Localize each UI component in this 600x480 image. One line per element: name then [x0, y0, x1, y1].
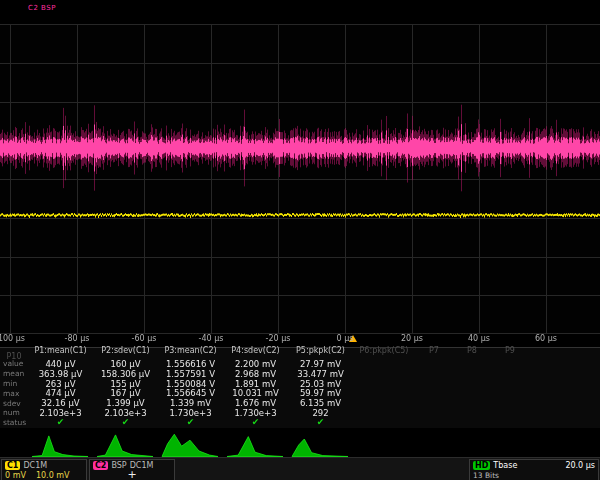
- timebase-descriptor[interactable]: HD Tbase 20.0 µs 13 Bits: [469, 459, 599, 480]
- measure-header-p2[interactable]: P2:sdev(C1): [93, 346, 158, 355]
- measure-cell: 1.550084 V: [158, 379, 223, 389]
- time-axis-label: -80 µs: [65, 334, 90, 343]
- descriptor-bar: C1 DC1M 0 mV 10.0 mV C2 BSP DC1M + HD Tb…: [0, 457, 600, 480]
- measure-cell: 1.339 mV: [158, 398, 223, 408]
- c1-chip: C1: [5, 461, 20, 470]
- measure-row-label: mean: [0, 369, 28, 378]
- measure-row-label: value: [0, 359, 28, 368]
- measure-row-label: num: [0, 408, 28, 417]
- measure-cell: 1.730e+3: [158, 408, 223, 418]
- c2-descriptor[interactable]: C2 BSP DC1M +: [89, 459, 175, 480]
- measure-header-p8[interactable]: P8: [453, 346, 491, 355]
- measure-cell: 6.135 mV: [288, 398, 353, 408]
- histicon: [31, 431, 91, 457]
- time-axis-label: -40 µs: [199, 334, 224, 343]
- measure-cell: 10.031 mV: [223, 388, 288, 398]
- measure-header-p5[interactable]: P5:pkpk(C2): [288, 346, 353, 355]
- hd-badge: HD: [473, 461, 490, 470]
- measure-row-sdev: sdev32.16 µV1.399 µV1.339 mV1.676 mV6.13…: [0, 398, 600, 408]
- measure-status-icon: ✔: [93, 418, 158, 427]
- c2-mode: BSP: [111, 461, 126, 470]
- time-axis-label: -100 µs: [0, 334, 25, 343]
- tbase-label: Tbase: [493, 461, 517, 470]
- measure-cell: 1.557591 V: [158, 369, 223, 379]
- measure-header-p6[interactable]: P6:pkpk(C5): [353, 346, 415, 355]
- measure-cell: 2.968 mV: [223, 369, 288, 379]
- measure-cell: 363.98 µV: [28, 369, 93, 379]
- measure-header-p7[interactable]: P7: [415, 346, 453, 355]
- histicon: [161, 431, 221, 457]
- measure-cell: 440 µV: [28, 359, 93, 369]
- histicon: [96, 431, 156, 457]
- measure-row-label: max: [0, 389, 28, 398]
- measure-cell: 1.556645 V: [158, 388, 223, 398]
- measure-header-p3[interactable]: P3:mean(C2): [158, 346, 223, 355]
- measure-cell: 2.103e+3: [28, 408, 93, 418]
- measure-row-min: min263 µV155 µV1.550084 V1.891 mV25.03 m…: [0, 379, 600, 389]
- c2-trace-badge: C2 BSP: [28, 4, 56, 12]
- measure-status-icon: ✔: [28, 418, 93, 427]
- measure-row-label: min: [0, 379, 28, 388]
- measure-header-p4[interactable]: P4:sdev(C2): [223, 346, 288, 355]
- measure-table: P1:mean(C1)P2:sdev(C1)P3:mean(C2)P4:sdev…: [0, 347, 600, 428]
- measure-status-icon: ✔: [158, 418, 223, 427]
- measure-cell: 59.97 mV: [288, 388, 353, 398]
- time-axis-label: -20 µs: [266, 334, 291, 343]
- c1-coupling: DC1M: [23, 461, 47, 470]
- c1-descriptor[interactable]: C1 DC1M 0 mV 10.0 mV: [1, 459, 87, 480]
- measure-cell: 1.891 mV: [223, 379, 288, 389]
- measure-cell: 2.200 mV: [223, 359, 288, 369]
- c2-chip: C2: [93, 461, 108, 470]
- measure-cell: 263 µV: [28, 379, 93, 389]
- time-axis-label: 20 µs: [401, 334, 423, 343]
- measure-cell: 1.730e+3: [223, 408, 288, 418]
- time-axis-label: 0 µs: [337, 334, 354, 343]
- time-axis: -100 µs-80 µs-60 µs-40 µs-20 µs0 µs20 µs…: [0, 333, 600, 347]
- measure-cell: 292: [288, 408, 353, 418]
- message-area: [176, 458, 468, 480]
- measure-cell: 1.556616 V: [158, 359, 223, 369]
- time-axis-label: 40 µs: [468, 334, 490, 343]
- measure-cell: 474 µV: [28, 388, 93, 398]
- bits-label: 13 Bits: [473, 471, 499, 480]
- tbase-value: 20.0 µs: [565, 461, 595, 470]
- measure-cell: 160 µV: [93, 359, 158, 369]
- measure-cell: 27.97 mV: [288, 359, 353, 369]
- time-axis-label: 60 µs: [535, 334, 557, 343]
- waveform-display[interactable]: [0, 24, 600, 334]
- measure-cell: 1.676 mV: [223, 398, 288, 408]
- measure-cell: 158.306 µV: [93, 369, 158, 379]
- measure-status-icon: ✔: [223, 418, 288, 427]
- measure-row-value: value440 µV160 µV1.556616 V2.200 mV27.97…: [0, 359, 600, 369]
- c1-offset: 0 mV: [5, 471, 26, 480]
- measure-header-p9[interactable]: P9: [491, 346, 529, 355]
- measure-row-mean: mean363.98 µV158.306 µV1.557591 V2.968 m…: [0, 369, 600, 379]
- histicon: [226, 431, 286, 457]
- measure-cell: 25.03 mV: [288, 379, 353, 389]
- measure-cell: 167 µV: [93, 388, 158, 398]
- c1-vdiv: 10.0 mV: [36, 471, 70, 480]
- histicon: [291, 431, 351, 457]
- measure-cell: 2.103e+3: [93, 408, 158, 418]
- measure-cell: 32.16 µV: [28, 398, 93, 408]
- measure-cell: 1.399 µV: [93, 398, 158, 408]
- measure-cell: 33.477 mV: [288, 369, 353, 379]
- measure-row-label: sdev: [0, 399, 28, 408]
- measure-row-status: status✔✔✔✔✔: [0, 418, 600, 428]
- measure-header-p1[interactable]: P1:mean(C1): [28, 346, 93, 355]
- measure-row-label: status: [0, 418, 28, 427]
- histicon-row: [28, 428, 353, 457]
- time-axis-label: -60 µs: [132, 334, 157, 343]
- measure-row-max: max474 µV167 µV1.556645 V10.031 mV59.97 …: [0, 388, 600, 398]
- measure-status-icon: ✔: [288, 418, 353, 427]
- measure-row-num: num2.103e+32.103e+31.730e+31.730e+3292: [0, 408, 600, 418]
- measure-cell: 155 µV: [93, 379, 158, 389]
- add-plus-icon[interactable]: +: [93, 470, 171, 480]
